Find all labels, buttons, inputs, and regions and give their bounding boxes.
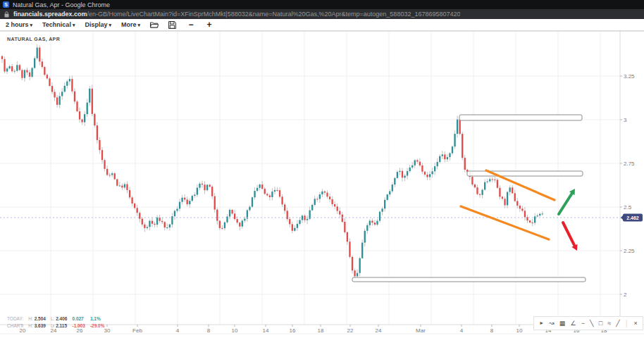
browser-title-bar: S Natural Gas, Apr - Google Chrome (0, 0, 644, 9)
toolbar-separator: │ (625, 320, 629, 327)
legend-row-today: TODAY: H: 2.504 L: 2.406 0.027 1.1% (7, 316, 109, 322)
url-domain: financials.spreadex.com (13, 11, 87, 18)
time-tick-label: 22 (347, 327, 354, 334)
url-path: /en-GB/Home/LiveChartMain?id=XFinSprMchM… (87, 11, 461, 18)
open-folder-icon[interactable] (150, 20, 159, 29)
time-tick-label: 8 (490, 327, 494, 334)
display-dropdown[interactable]: Display▾ (85, 21, 111, 28)
price-tick-label: 2.5 (624, 204, 632, 211)
chart-toolbar: 2 hours▾ Technical▾ Display▾ More▾ − + (0, 19, 644, 31)
ray-icon[interactable]: ╱ (616, 320, 619, 327)
time-tick-label: 24 (376, 327, 382, 334)
horizontal-line-icon[interactable]: − (581, 320, 585, 327)
price-tick-label: 2.25 (624, 248, 635, 254)
time-tick-label: 4 (176, 327, 180, 334)
chevron-down-icon: ▾ (30, 23, 33, 27)
time-tick-label: 18 (318, 327, 324, 334)
zoom-in-button[interactable]: + (205, 20, 213, 29)
pointer-icon[interactable]: ► (539, 320, 544, 327)
chart-symbol-label: NATURAL GAS, APR (7, 37, 60, 42)
url-text[interactable]: financials.spreadex.com/en-GB/Home/LiveC… (13, 11, 460, 18)
lock-icon[interactable] (4, 11, 9, 18)
angle-trend-icon[interactable]: ∠ (571, 320, 576, 327)
trendline-icon[interactable]: ╲ (590, 320, 593, 327)
chevron-down-icon: ▾ (73, 23, 75, 27)
time-tick-label: Mar (416, 327, 426, 334)
rectangle-icon[interactable]: □ (599, 320, 602, 327)
current-price-text: 2.462 (626, 215, 639, 220)
resistance-zone-rect[interactable] (467, 171, 583, 176)
save-icon[interactable] (168, 20, 177, 29)
candles (1, 44, 543, 277)
zoom-out-button[interactable]: − (187, 20, 195, 29)
address-bar[interactable]: financials.spreadex.com/en-GB/Home/LiveC… (0, 9, 644, 19)
price-tick-label: 2.75 (624, 161, 635, 167)
price-tick-label: 2 (624, 292, 627, 298)
price-chart[interactable]: NATURAL GAS, APR 3.2532.752.52.252202426… (0, 31, 644, 338)
time-tick-label: 10 (516, 327, 523, 334)
ohlc-legend: TODAY: H: 2.504 L: 2.406 0.027 1.1% CHAR… (6, 315, 110, 330)
bullish-arrow[interactable] (559, 194, 572, 214)
drawing-tools-palette: ► ↝ ▦ ∠ − ╲ □ ≈ ╱ │ × (533, 316, 643, 330)
candlestick-chart-canvas[interactable]: 3.2532.752.52.25220242630Feb481014161822… (0, 31, 644, 338)
time-tick-label: 14 (263, 327, 269, 334)
close-icon[interactable]: × (634, 320, 638, 327)
interval-dropdown[interactable]: 2 hours▾ (6, 21, 32, 28)
resistance-zone-rect[interactable] (352, 277, 586, 282)
legend-row-chart: CHART: H: 3.639 L: 2.115 -1.003 -29.0% (7, 323, 109, 329)
bearish-arrow[interactable] (563, 223, 574, 246)
time-tick-label: Feb (132, 327, 142, 334)
technical-dropdown[interactable]: Technical▾ (42, 21, 75, 28)
time-tick-label: 8 (207, 327, 211, 334)
resistance-zone-rect[interactable] (459, 115, 582, 120)
chevron-down-icon: ▾ (109, 23, 111, 27)
more-dropdown[interactable]: More▾ (121, 21, 140, 28)
text-label-icon[interactable]: ≈ (607, 320, 611, 327)
time-tick-label: 16 (290, 327, 296, 334)
price-tick-label: 3.25 (624, 73, 635, 80)
time-tick-label: 10 (232, 327, 238, 334)
grid-icon[interactable]: ▦ (559, 320, 566, 327)
freehand-icon[interactable]: ↝ (549, 320, 555, 327)
window-title: Natural Gas, Apr - Google Chrome (13, 1, 110, 8)
chevron-down-icon: ▾ (137, 23, 140, 27)
time-tick-label: 4 (460, 327, 464, 334)
site-favicon: S (3, 1, 9, 8)
price-tick-label: 3 (624, 117, 627, 123)
trend-channel-line[interactable] (461, 206, 549, 239)
